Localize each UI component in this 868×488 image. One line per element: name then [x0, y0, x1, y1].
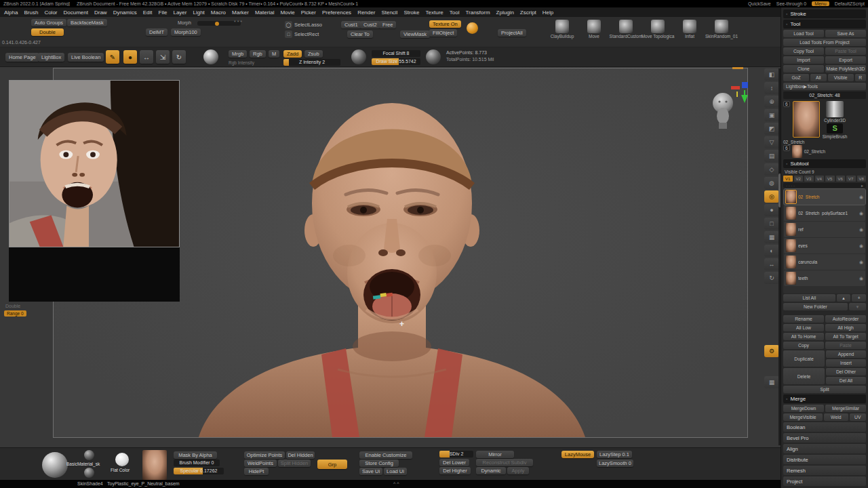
import-button[interactable]: Import	[783, 56, 824, 64]
visibility-v4-button[interactable]: V4	[815, 176, 825, 182]
bevel-pro-section-header[interactable]: Bevel Pro	[783, 433, 866, 443]
menu-item-picker[interactable]: Picker	[301, 9, 316, 16]
subtool-section-header[interactable]: ◦Subtool	[783, 159, 866, 168]
clear-to-button[interactable]: Clear To	[347, 30, 373, 38]
subtool-res-slider[interactable]: · · · ·▸	[783, 183, 866, 188]
focal-shift-slider[interactable]: Focal Shift 8	[372, 50, 420, 57]
load-ui-button[interactable]: Load Ui	[384, 468, 407, 475]
merge-similar-button[interactable]: MergeSimilar	[825, 405, 866, 412]
menu-item-draw[interactable]: Draw	[94, 9, 107, 16]
menu-item-texture[interactable]: Texture	[426, 9, 443, 16]
menu-item-marker[interactable]: Marker	[232, 9, 249, 16]
align-section-header[interactable]: Align	[783, 444, 866, 453]
duplicate-button[interactable]: Duplicate	[783, 350, 825, 367]
brush-claybuildup[interactable]: ClayBuildup	[547, 20, 578, 39]
axis-indicator[interactable]	[731, 81, 751, 110]
brush-skinrandom[interactable]: SkinRandom_01	[706, 20, 737, 39]
transparency-icon[interactable]: ◍	[764, 177, 779, 189]
store-config-button[interactable]: Store Config	[359, 460, 399, 467]
fill-object-button[interactable]: FillObject	[429, 29, 457, 37]
hidept-button[interactable]: HidePt	[244, 468, 269, 475]
aa-half-icon[interactable]: ◩	[764, 123, 779, 135]
brush-move[interactable]: Move	[578, 20, 610, 39]
brush-modifier-slider[interactable]: Brush Modifier 0	[174, 460, 220, 466]
local-symmetry-icon[interactable]: ◇	[764, 163, 779, 176]
apply-button[interactable]: Apply	[507, 467, 529, 474]
uv-button[interactable]: UV	[850, 413, 866, 421]
lazystep-button[interactable]: LazyStep 0.1	[597, 451, 632, 458]
stroke-palette-header[interactable]: ◦Stroke	[783, 9, 866, 18]
optimize-points-button[interactable]: Optimize Points	[244, 451, 285, 459]
free-button[interactable]: Free	[379, 21, 396, 28]
split-button[interactable]: Split	[783, 386, 866, 393]
grp-button[interactable]: Grp	[317, 460, 347, 469]
menu-item-render[interactable]: Render	[357, 9, 375, 16]
material-skinshade-sphere[interactable]	[84, 468, 94, 478]
menu-item-tool[interactable]: Tool	[450, 9, 460, 16]
reference-photo[interactable]	[9, 80, 180, 247]
list-all-button[interactable]: List All	[783, 294, 835, 302]
z-intensity-slider[interactable]: Z Intensity 2	[283, 59, 340, 66]
visibility-eye-icon[interactable]: ◉	[859, 211, 863, 216]
load-tools-from-project-button[interactable]: Load Tools From Project	[783, 39, 866, 46]
scroll-document-icon[interactable]: ↕	[764, 82, 779, 94]
active-tool-thumbnail[interactable]	[793, 101, 820, 138]
visibility-eye-icon[interactable]: ◉	[859, 227, 863, 232]
backface-mask-button[interactable]: BackfaceMask	[67, 19, 107, 26]
insert-button[interactable]: Insert	[826, 359, 866, 367]
floor-grid-icon[interactable]: ▤	[764, 150, 779, 162]
menu-item-macro[interactable]: Macro	[211, 9, 226, 16]
cylinder3d-thumbnail[interactable]	[826, 101, 844, 117]
select-rect-button[interactable]: □ SelectRect	[285, 30, 319, 38]
rgb-button[interactable]: Rgb	[250, 50, 266, 58]
visibility-eye-icon[interactable]: ◉	[859, 260, 863, 265]
m-button[interactable]: M	[269, 50, 279, 58]
del-all-button[interactable]: Del All	[826, 377, 866, 384]
gear-icon[interactable]: ⚙	[764, 345, 779, 357]
default-zscript-button[interactable]: DefaultZScript	[835, 1, 865, 6]
lightbox-button[interactable]: LightBox	[38, 53, 64, 62]
alpha-preview[interactable]	[351, 49, 366, 64]
clone-button[interactable]: Clone	[783, 65, 824, 73]
double-button[interactable]: Double	[31, 28, 64, 36]
remesh-section-header[interactable]: Remesh	[783, 466, 866, 475]
menu-item-file[interactable]: File	[159, 9, 167, 16]
weld-points-button[interactable]: WeldPoints	[244, 460, 277, 467]
visibility-v6-button[interactable]: V6	[836, 176, 846, 182]
load-tool-button[interactable]: Load Tool	[783, 30, 824, 37]
rotate-mode-button[interactable]: ↻	[172, 50, 186, 64]
silhouette-icon[interactable]: ◐	[764, 245, 779, 257]
goz-r-button[interactable]: R	[855, 74, 866, 81]
merge-down-button[interactable]: MergeDown	[783, 405, 824, 412]
del-lower-button[interactable]: Del Lower	[439, 459, 469, 466]
active-tool-slider[interactable]: 02_Stretch: 48	[783, 92, 866, 99]
polyframe-icon[interactable]: ▦	[764, 231, 779, 243]
menu-item-transform[interactable]: Transform	[465, 9, 490, 16]
grid-icon[interactable]: ▦	[764, 376, 779, 388]
del-higher-button[interactable]: Del Higher	[439, 467, 471, 474]
move-mode-button[interactable]: ↔	[140, 50, 153, 64]
subtool-item-caruncula[interactable]: caruncula◉	[784, 254, 865, 270]
auto-groups-button[interactable]: Auto Groups	[31, 19, 66, 26]
menu-item-alpha[interactable]: Alpha	[4, 9, 18, 16]
menu-item-color[interactable]: Color	[44, 9, 57, 16]
goz-all-button[interactable]: All	[810, 74, 827, 81]
perspective-icon[interactable]: ▽	[764, 136, 779, 148]
bpr-render-icon[interactable]: ◧	[764, 68, 779, 81]
lazysmooth-button[interactable]: LazySmooth 0	[597, 460, 633, 467]
enable-customize-button[interactable]: Enable Customize	[359, 451, 412, 459]
select-lasso-button[interactable]: ◯ SelectLasso	[285, 21, 322, 28]
solo-mode-icon[interactable]: ●	[764, 204, 779, 216]
paste-subtool-button[interactable]: Paste	[825, 342, 866, 349]
view-mask-button[interactable]: ViewMask	[400, 30, 430, 38]
cust1-button[interactable]: Cust1	[341, 21, 361, 28]
range-button[interactable]: Range 0	[4, 310, 26, 317]
append-button[interactable]: Append	[826, 350, 866, 358]
visibility-v2-button[interactable]: V2	[794, 176, 804, 182]
all-to-home-button[interactable]: All To Home	[783, 333, 824, 340]
frame-mesh-icon[interactable]: □	[764, 218, 779, 230]
all-low-button[interactable]: All Low	[783, 324, 824, 331]
zoom-document-icon[interactable]: ⊕	[764, 96, 779, 108]
export-button[interactable]: Export	[825, 56, 866, 64]
brush-move-topological[interactable]: Move Topologica	[642, 20, 673, 39]
